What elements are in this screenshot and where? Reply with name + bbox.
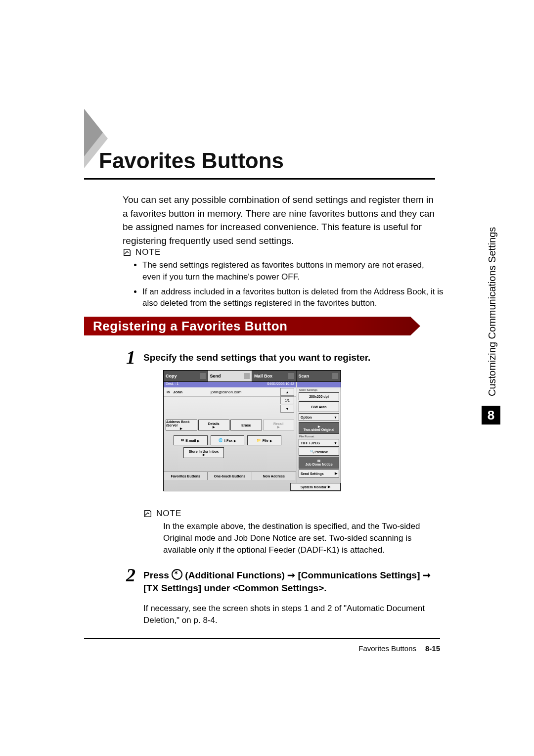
preview-button[interactable]: 🔍Preview (299, 448, 339, 456)
note1-item-1: The send settings registered as favorite… (142, 259, 444, 283)
send-settings-button[interactable]: Send Settings▶ (299, 470, 339, 477)
tab-scan[interactable]: Scan (297, 371, 341, 381)
tab-mailbox[interactable]: Mail Box (252, 371, 297, 381)
step-1-number: 1 (126, 346, 135, 368)
erase-button[interactable]: Erase (230, 420, 262, 430)
email-button[interactable]: ✉E-mail▶ (174, 435, 208, 445)
scan-icon (332, 373, 338, 379)
color-mode-button[interactable]: B/W Auto (299, 401, 339, 412)
note-label: NOTE (135, 247, 161, 257)
screen-date: 04/01/2003 10:42 (267, 382, 295, 387)
note1-item-2: If an address included in a favorites bu… (142, 286, 444, 310)
section-heading-bar: Registering a Favorites Button (84, 317, 428, 335)
tiff-jpeg-button[interactable]: TIFF / JPEG (299, 439, 339, 447)
step-2-number: 2 (126, 564, 135, 586)
note-icon (143, 509, 152, 518)
ifax-button[interactable]: 🌐I-Fax▶ (211, 435, 245, 445)
section-heading: Registering a Favorites Button (84, 319, 288, 334)
pager-pos: 1/1 (280, 396, 294, 404)
resolution-button[interactable]: 200x200 dpi (299, 392, 339, 400)
note2-text: In the example above, the destination is… (163, 520, 435, 556)
tab-copy[interactable]: Copy (164, 371, 208, 381)
copy-icon (200, 373, 206, 379)
mailbox-icon (288, 373, 294, 379)
side-chapter-label: Customizing Communications Settings (487, 225, 498, 398)
send-icon (244, 373, 250, 379)
new-address-tab[interactable]: New Address (252, 472, 296, 480)
pager-down[interactable]: ▼ (280, 405, 294, 413)
intro-paragraph: You can set any possible combination of … (123, 193, 439, 247)
address-book-button[interactable]: Address Book /Server▶ (166, 420, 197, 430)
step-1-heading: Specify the send settings that you want … (143, 351, 440, 364)
destination-row[interactable]: ✉ John john@canon.com (164, 387, 296, 397)
scan-settings-label: Scan Settings (299, 388, 339, 391)
pager-up[interactable]: ▲ (280, 388, 294, 396)
system-monitor-button[interactable]: System Monitor▶ (290, 483, 341, 491)
store-inbox-button[interactable]: Store In Usr Inbox▶ (183, 447, 224, 458)
title-rule (84, 178, 435, 180)
dest-name: John (173, 390, 208, 394)
page-title: Favorites Buttons (99, 148, 284, 173)
step-2: 2 Press (Additional Functions) ➞ [Commun… (143, 569, 440, 594)
step-2-body: If necessary, see the screen shots in st… (143, 603, 435, 626)
additional-functions-icon (172, 569, 182, 580)
note-label: NOTE (156, 509, 181, 519)
job-done-notice-button[interactable]: ✉Job Done Notice (299, 457, 339, 469)
option-button[interactable]: Option (299, 413, 339, 421)
note-icon (123, 248, 132, 257)
page-number: 8-15 (425, 644, 440, 653)
file-button[interactable]: 📁File▶ (247, 435, 281, 445)
step-2-heading: Press (Additional Functions) ➞ [Communic… (143, 569, 440, 594)
details-button[interactable]: Details▶ (198, 420, 230, 430)
tab-send[interactable]: Send (208, 371, 253, 381)
step-1: 1 Specify the send settings that you wan… (143, 351, 440, 364)
footer-rule (84, 638, 440, 639)
device-screenshot: Copy Send Mail Box Scan Dest. : 104/01/2… (163, 370, 341, 491)
dest-count: Dest. : 1 (166, 382, 178, 387)
note-block-1: NOTE The send settings registered as fav… (123, 247, 444, 312)
side-chapter-number: 8 (482, 406, 500, 425)
recall-button[interactable]: Recall▶ (263, 420, 295, 430)
footer-title: Favorites Buttons (358, 644, 416, 653)
one-touch-buttons-tab[interactable]: One-touch Buttons (208, 472, 252, 480)
favorites-buttons-tab[interactable]: Favorites Buttons (164, 472, 208, 480)
two-sided-button[interactable]: ▶Two-sided Original (299, 422, 339, 434)
note-block-2: NOTE In the example above, the destinati… (143, 509, 435, 556)
file-format-label: File Format (299, 435, 339, 438)
dest-address: john@canon.com (211, 390, 241, 394)
